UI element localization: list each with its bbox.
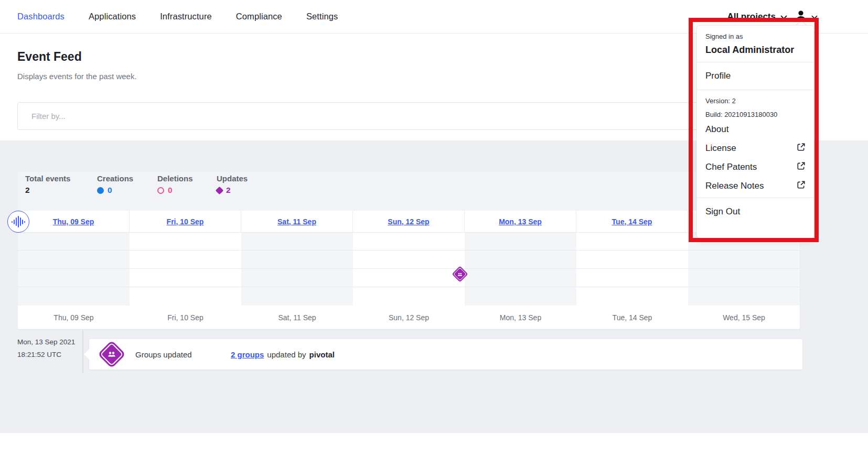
chevron-down-icon	[811, 12, 818, 21]
page-subtitle: Displays events for the past week.	[17, 72, 137, 81]
external-link-icon	[797, 181, 805, 191]
stat-deletions-value: 0	[168, 186, 173, 195]
about-label: About	[705, 124, 728, 135]
dropdown-profile-section: Profile	[697, 62, 813, 90]
day-footer-label: Fri, 10 Sep	[130, 313, 241, 322]
signed-in-as-label: Signed in as	[705, 32, 805, 40]
guitar-strings-toggle-button[interactable]	[7, 211, 29, 233]
nav-item-settings[interactable]: Settings	[306, 12, 338, 21]
timeline-body	[18, 233, 800, 306]
projects-filter-label: All projects	[727, 12, 776, 22]
column-stripe	[241, 233, 353, 306]
event-time-utc: 18:21:52 UTC	[17, 349, 75, 361]
event-middle-text: updated by	[267, 350, 306, 359]
stat-deletions: Deletions 0	[157, 174, 193, 195]
user-dropdown-menu: Signed in as Local Administrator Profile…	[696, 25, 814, 238]
profile-label: Profile	[705, 71, 731, 81]
chef-patents-label: Chef Patents	[705, 162, 757, 172]
day-footer-label: Wed, 15 Sep	[688, 313, 800, 322]
groups-link[interactable]: 2 groups	[231, 350, 264, 359]
external-link-icon	[797, 143, 805, 154]
stat-creations-label: Creations	[97, 174, 133, 183]
event-timestamp: Mon, 13 Sep 2021 18:21:52 UTC	[17, 336, 75, 361]
event-timeline-grid: Thu, 09 Sep Fri, 10 Sep Sat, 11 Sep Sun,…	[18, 211, 800, 329]
event-feed-screen: Dashboards Applications Infrastructure C…	[0, 0, 868, 457]
waveform-icon	[12, 216, 25, 227]
nav-items: Dashboards Applications Infrastructure C…	[17, 12, 338, 21]
event-description: 2 groups updated by pivotal	[231, 350, 335, 359]
event-date: Mon, 13 Sep 2021	[17, 336, 75, 349]
nav-item-infrastructure[interactable]: Infrastructure	[160, 12, 212, 21]
stat-updates-value: 2	[226, 186, 231, 195]
stat-total-events: Total events 2	[25, 174, 70, 195]
projects-filter-button[interactable]: All projects	[727, 12, 787, 22]
deletions-circle-icon	[157, 187, 164, 194]
day-link-sat[interactable]: Sat, 11 Sep	[277, 217, 316, 226]
event-stats-bar: Total events 2 Creations 0 Deletions 0 U…	[17, 172, 800, 211]
user-name: Local Administrator	[705, 45, 805, 56]
stat-updates-label: Updates	[217, 174, 248, 183]
nav-right-controls: All projects	[727, 9, 855, 24]
creations-dot-icon	[97, 187, 104, 194]
day-footer-label: Mon, 13 Sep	[465, 313, 576, 322]
dropdown-user-section: Signed in as Local Administrator	[697, 26, 813, 62]
release-notes-label: Release Notes	[705, 181, 764, 191]
filter-input[interactable]	[17, 102, 801, 130]
row-divider	[18, 250, 800, 251]
event-title: Groups updated	[135, 350, 231, 359]
day-link-sun[interactable]: Sun, 12 Sep	[388, 217, 429, 226]
dropdown-signout-section: Sign Out	[697, 198, 813, 225]
nav-item-compliance[interactable]: Compliance	[236, 12, 282, 21]
menu-item-license[interactable]: License	[705, 143, 805, 154]
day-footer-label: Thu, 09 Sep	[18, 313, 130, 322]
row-divider	[18, 287, 800, 287]
column-stripe	[688, 233, 800, 306]
version-label: Version: 2	[705, 97, 805, 105]
menu-item-chef-patents[interactable]: Chef Patents	[705, 162, 805, 172]
external-link-icon	[797, 162, 805, 172]
event-card: Groups updated 2 groups updated by pivot…	[89, 339, 802, 369]
day-link-thu[interactable]: Thu, 09 Sep	[53, 217, 94, 226]
groups-updated-icon	[98, 340, 126, 368]
menu-item-sign-out[interactable]: Sign Out	[705, 205, 805, 219]
page-title: Event Feed	[17, 50, 82, 64]
day-link-tue[interactable]: Tue, 14 Sep	[612, 217, 652, 226]
event-card-notch	[84, 349, 89, 360]
stat-total-label: Total events	[25, 174, 70, 183]
chevron-down-icon	[780, 12, 787, 22]
nav-item-dashboards[interactable]: Dashboards	[17, 12, 65, 21]
updates-diamond-icon	[216, 186, 224, 194]
timeline-footer-row: Thu, 09 Sep Fri, 10 Sep Sat, 11 Sep Sun,…	[18, 306, 800, 329]
day-footer-label: Tue, 14 Sep	[576, 313, 688, 322]
stat-updates: Updates 2	[217, 174, 248, 195]
dropdown-about-section: Version: 2 Build: 20210913180030 About L…	[697, 90, 813, 198]
menu-item-about[interactable]: About	[705, 124, 805, 135]
stat-creations: Creations 0	[97, 174, 133, 195]
column-stripe	[18, 233, 130, 306]
day-footer-label: Sun, 12 Sep	[353, 313, 465, 322]
menu-item-release-notes[interactable]: Release Notes	[705, 181, 805, 191]
nav-item-applications[interactable]: Applications	[89, 12, 136, 21]
day-footer-label: Sat, 11 Sep	[241, 313, 353, 322]
row-divider	[18, 268, 800, 269]
stat-total-value: 2	[25, 186, 30, 195]
user-menu-button[interactable]	[795, 9, 818, 24]
menu-item-profile[interactable]: Profile	[705, 69, 805, 83]
sign-out-label: Sign Out	[705, 206, 740, 217]
stat-deletions-label: Deletions	[157, 174, 193, 183]
event-timeline-guideline	[82, 330, 83, 373]
event-author: pivotal	[309, 350, 335, 359]
day-link-mon[interactable]: Mon, 13 Sep	[499, 217, 542, 226]
build-label: Build: 20210913180030	[705, 111, 805, 118]
column-stripe	[465, 233, 576, 306]
day-link-fri[interactable]: Fri, 10 Sep	[167, 217, 204, 226]
stat-creations-value: 0	[108, 186, 112, 195]
timeline-header-row: Thu, 09 Sep Fri, 10 Sep Sat, 11 Sep Sun,…	[18, 211, 800, 233]
license-label: License	[705, 143, 736, 154]
